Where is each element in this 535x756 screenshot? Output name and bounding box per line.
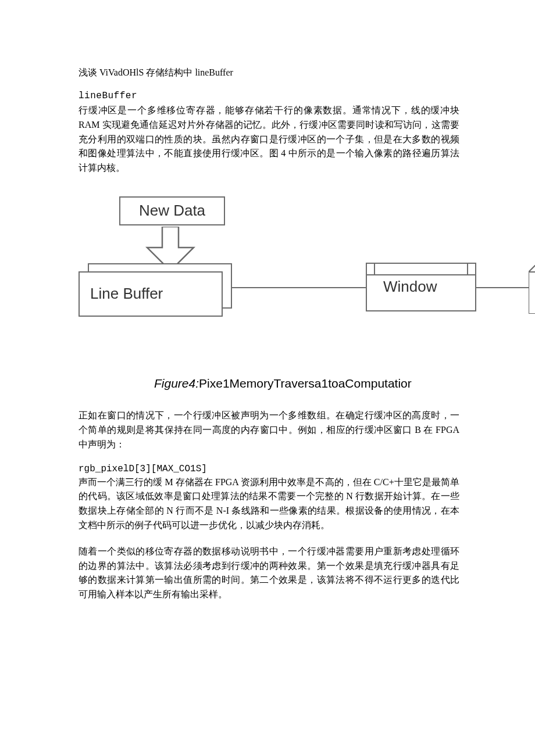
paragraph-4: 随着一个类似的移位寄存器的数据移动说明书中，一个行缓冲器需要用户重新考虑处理循环… [79,544,459,602]
document-page: 浅谈 ViVadOHlS 存储结构中 lineBuffer lineBuffer… [0,0,535,602]
paragraph-3: 声而一个满三行的缓 M 存储器在 FPGA 资源利用中效率是不高的，但在 C/C… [79,475,459,533]
line-buffer-front: Line Buffer [79,271,223,317]
kernel-cube-icon [529,265,535,316]
figure-caption: Figure4:Pixe1MemoryTraversa1toaComputati… [154,376,456,391]
paragraph-1: 行缓冲区是一个多维移位寄存器，能够存储若干行的像素数据。通常情况下，线的缓冲块 … [79,103,459,175]
figure-label: Figure4: [154,377,199,390]
connector-line-1 [232,287,367,288]
window-box: Window [366,263,476,311]
section-heading: lineBuffer [79,91,459,101]
new-data-box: New Data [119,196,225,225]
figure-diagram: New Data Line Buffer Window [79,199,459,350]
figure-caption-text: Pixe1MemoryTraversa1toaComputatior [199,377,412,390]
page-header-line: 浅谈 ViVadOHlS 存储结构中 lineBuffer [79,67,459,79]
code-declaration: rgb_pixelD[3][MAX_CO1S] [79,464,459,474]
paragraph-2: 正如在窗口的情况下，一个行缓冲区被声明为一个多维数组。在确定行缓冲区的高度时，一… [79,409,459,452]
connector-line-2 [476,287,529,288]
